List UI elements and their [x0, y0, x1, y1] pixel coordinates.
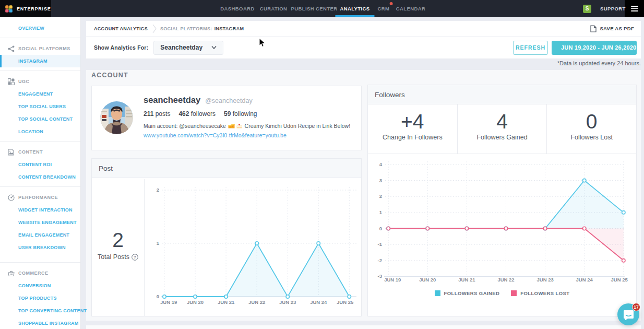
- svg-text:JUN 25: JUN 25: [611, 277, 628, 283]
- svg-text:JUN 20: JUN 20: [419, 277, 436, 283]
- svg-text:4: 4: [379, 161, 383, 167]
- stat-label: Followers Lost: [570, 134, 613, 141]
- sidebar-item-engagement[interactable]: ENGAGEMENT: [0, 88, 80, 100]
- svg-text:JUN 19: JUN 19: [384, 277, 401, 283]
- nav-item-dashboard[interactable]: DASHBOARD: [216, 0, 259, 17]
- sidebar-item-top-converting-content[interactable]: TOP CONVERTING CONTENT: [0, 304, 80, 317]
- svg-text:JUN 21: JUN 21: [218, 299, 235, 305]
- sidebar-divider: [0, 186, 80, 187]
- hamburger-menu-icon[interactable]: [625, 0, 644, 17]
- account-username: seancheetday: [144, 95, 200, 105]
- sidebar-section-social-platforms: SOCIAL PLATFORMS: [0, 42, 80, 55]
- account-profile-card: seancheetday @seancheetday 211 posts462 …: [91, 86, 362, 150]
- help-icon[interactable]: ?: [132, 254, 138, 261]
- breadcrumb-account-analytics[interactable]: ACCOUNT ANALYTICS: [94, 26, 148, 31]
- followers-stat-followers-lost: 0Followers Lost: [546, 104, 636, 154]
- post-card-header: Post: [92, 159, 361, 178]
- refresh-button[interactable]: REFRESH: [513, 41, 548, 55]
- filter-row: Show Analytics For: Seancheetday REFRESH…: [86, 37, 641, 58]
- sidebar-section-label: PERFORMANCE: [18, 195, 58, 200]
- svg-text:JUN 24: JUN 24: [310, 299, 327, 305]
- support-link[interactable]: SUPPORT: [600, 6, 626, 11]
- breadcrumb: ACCOUNT ANALYTICS SOCIAL PLATFORMS: INST…: [86, 21, 641, 37]
- svg-text:JUN 21: JUN 21: [458, 277, 475, 283]
- sidebar-section-label: CONTENT: [18, 149, 43, 155]
- document-icon: [7, 149, 15, 156]
- posts-chart[interactable]: 210JUN 19JUN 20JUN 21JUN 22JUN 23JUN 24J…: [145, 179, 362, 317]
- sidebar-item-top-social-content[interactable]: TOP SOCIAL CONTENT: [0, 113, 80, 125]
- account-stat-following: 59 following: [224, 110, 257, 118]
- nav-item-label: CURATION: [260, 6, 288, 11]
- shopify-store-icon[interactable]: S: [583, 5, 591, 13]
- sidebar-divider: [0, 141, 80, 142]
- followers-stat-change-in-followers: +4Change In Followers: [368, 104, 457, 154]
- svg-text:-1: -1: [378, 241, 383, 247]
- followers-stats-row: +4Change In Followers4Followers Gained0F…: [368, 104, 636, 154]
- nav-item-analytics[interactable]: ANALYTICS: [335, 0, 374, 17]
- sidebar-item-overview[interactable]: OVERVIEW: [0, 22, 80, 34]
- sidebar-section-label: COMMERCE: [18, 271, 49, 276]
- post-card: Post 2 Total Posts ? 210JUN 19JUN 20JUN …: [91, 158, 362, 316]
- sidebar-item-widget-interaction[interactable]: WIDGET INTERACTION: [0, 204, 80, 216]
- sidebar-section-performance: PERFORMANCE: [0, 191, 80, 204]
- sidebar-item-website-engagement[interactable]: WEBSITE ENGAGEMENT: [0, 216, 80, 229]
- account-bio: Main account: @seancheesecake Creamy Kim…: [144, 123, 350, 129]
- sidebar-item-user-breakdown[interactable]: USER BREAKDOWN: [0, 241, 80, 254]
- legend-item-followers-lost[interactable]: FOLLOWERS LOST: [511, 290, 569, 296]
- total-posts-summary: 2 Total Posts ?: [92, 179, 145, 316]
- svg-text:JUN 22: JUN 22: [248, 299, 265, 305]
- svg-text:1: 1: [157, 240, 160, 246]
- main-nav: DASHBOARDCURATIONPUBLISH CENTERANALYTICS…: [0, 0, 644, 17]
- sidebar-item-instagram[interactable]: INSTAGRAM: [0, 55, 80, 67]
- nav-item-calendar[interactable]: CALENDAR: [391, 0, 431, 17]
- chevron-down-icon: [211, 46, 217, 49]
- account-section-panel: ACCOUNT: [86, 70, 641, 321]
- stat-value: +4: [401, 110, 424, 133]
- sidebar-section-commerce: COMMERCE: [0, 267, 80, 279]
- svg-text:-2: -2: [378, 257, 382, 263]
- stat-label: Followers Gained: [476, 134, 527, 141]
- date-range-picker[interactable]: JUN 19,2020 - JUN 26,2020: [552, 41, 637, 55]
- sidebar-item-top-products[interactable]: TOP PRODUCTS: [0, 292, 80, 304]
- svg-text:JUN 23: JUN 23: [536, 277, 553, 283]
- sidebar-item-location[interactable]: LOCATION: [0, 125, 80, 138]
- save-as-pdf-button[interactable]: SAVE AS PDF: [590, 25, 634, 32]
- legend-item-followers-gained[interactable]: FOLLOWERS GAINED: [435, 290, 500, 296]
- sidebar-item-content-breakdown[interactable]: CONTENT BREAKDOWN: [0, 171, 80, 183]
- show-analytics-label: Show Analytics For:: [94, 44, 148, 51]
- followers-card-header: Followers: [368, 85, 636, 104]
- sidebar-item-email-engagement[interactable]: EMAIL ENGAGEMENT: [0, 229, 80, 241]
- svg-text:-3: -3: [378, 273, 382, 279]
- svg-text:2: 2: [379, 193, 382, 199]
- sidebar-item-shoppable-instagram[interactable]: SHOPPABLE INSTAGRAM: [0, 317, 80, 329]
- breadcrumb-platform-name: INSTAGRAM: [214, 26, 244, 31]
- svg-text:JUN 22: JUN 22: [497, 277, 514, 283]
- account-bio-link[interactable]: www.youtube.com/watch?v=Cy3I0-tfrMo&feat…: [144, 132, 350, 138]
- nav-item-publish-center[interactable]: PUBLISH CENTER: [287, 0, 342, 17]
- sidebar-section-content: CONTENT: [0, 146, 80, 158]
- nav-item-label: DASHBOARD: [220, 6, 254, 11]
- legend-swatch: [511, 290, 517, 296]
- account-handle: @seancheetday: [205, 97, 253, 104]
- chart-legend: FOLLOWERS GAINEDFOLLOWERS LOST: [368, 290, 636, 296]
- sidebar-item-conversion[interactable]: CONVERSION: [0, 279, 80, 292]
- breadcrumb-chevron-icon: [152, 24, 157, 33]
- followers-chart[interactable]: 43210-1-2-3JUN 19JUN 20JUN 21JUN 22JUN 2…: [368, 154, 637, 285]
- legend-swatch: [435, 290, 440, 296]
- followers-card: Followers +4Change In Followers4Follower…: [367, 85, 637, 316]
- sidebar-item-top-social-users[interactable]: TOP SOCIAL USERS: [0, 100, 80, 113]
- sidebar-item-content-roi[interactable]: CONTENT ROI: [0, 158, 80, 171]
- svg-text:JUN 23: JUN 23: [279, 299, 296, 305]
- svg-text:JUN 20: JUN 20: [187, 299, 204, 305]
- svg-text:JUN 25: JUN 25: [337, 299, 354, 305]
- toolbar-panel: ACCOUNT ANALYTICS SOCIAL PLATFORMS: INST…: [86, 21, 641, 58]
- sidebar-section-ugc: UGC: [0, 75, 80, 88]
- pdf-file-icon: [590, 25, 597, 32]
- account-selector-dropdown[interactable]: Seancheetday: [153, 41, 223, 55]
- next-section-panel: [86, 325, 641, 329]
- nav-item-label: ANALYTICS: [340, 6, 369, 11]
- basket-icon: [7, 270, 15, 277]
- share-icon: [7, 45, 15, 52]
- chat-icon: [623, 309, 634, 320]
- svg-text:0: 0: [379, 226, 382, 231]
